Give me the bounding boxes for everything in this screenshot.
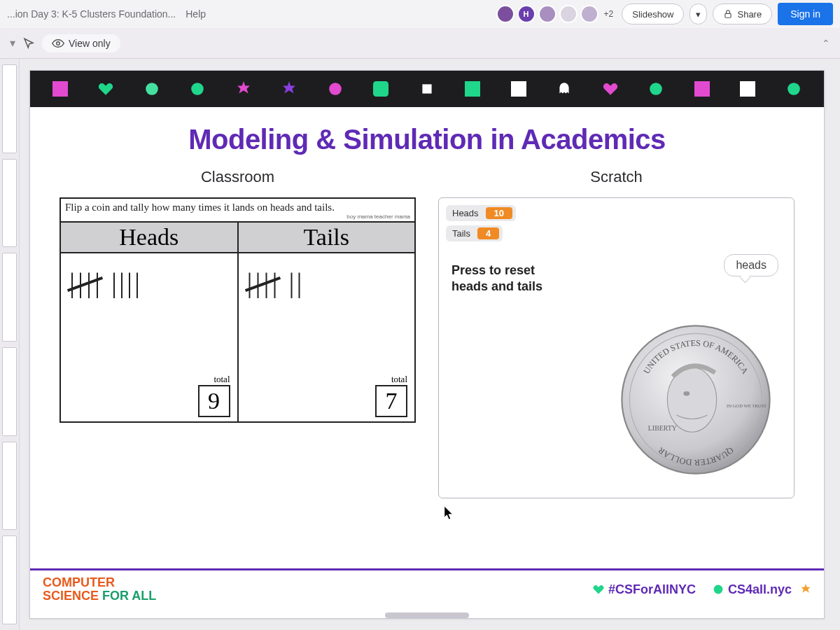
- pixel-heart-icon: [98, 81, 113, 97]
- scratch-stage: Heads 10 Tails 4 Press to reset heads an…: [438, 197, 794, 498]
- pixel-icon: [190, 81, 205, 97]
- svg-rect-2: [52, 81, 68, 97]
- reset-instruction-text: Press to reset heads and tails: [451, 262, 564, 295]
- column-heading-classroom: Classroom: [59, 168, 416, 186]
- svg-rect-11: [740, 81, 755, 97]
- svg-rect-6: [422, 84, 431, 93]
- worksheet-instruction: Flip a coin and tally how many times it …: [61, 199, 414, 214]
- thumbnail[interactable]: [2, 64, 17, 153]
- pixel-star-icon: [236, 81, 251, 97]
- pixel-icon: [740, 81, 755, 97]
- view-only-badge[interactable]: View only: [42, 34, 120, 52]
- total-tails: 7: [375, 385, 407, 417]
- tally-cell-tails: |||| || total 7: [237, 253, 415, 421]
- thumbnail[interactable]: [2, 347, 17, 436]
- eye-icon: [52, 37, 64, 50]
- tally-group-5: ||||: [69, 266, 103, 299]
- avatar[interactable]: [496, 5, 514, 23]
- pixel-pacman-icon: [328, 81, 343, 97]
- quarter-coin-icon: UNITED STATES OF AMERICA QUARTER DOLLAR …: [619, 323, 773, 477]
- avatar[interactable]: [538, 5, 556, 23]
- scratch-variable-heads: Heads 10: [446, 205, 516, 221]
- pixel-ghost-icon: [556, 81, 572, 97]
- variable-value: 10: [486, 207, 512, 219]
- svg-rect-7: [465, 81, 480, 97]
- svg-rect-8: [511, 81, 526, 97]
- worksheet-credit: boy mama teacher mama: [61, 214, 414, 221]
- svg-text:IN GOD WE TRUST: IN GOD WE TRUST: [727, 403, 766, 408]
- tally-worksheet: Flip a coin and tally how many times it …: [59, 197, 416, 423]
- total-label: total: [391, 374, 407, 385]
- svg-point-4: [191, 83, 204, 95]
- column-heading-scratch: Scratch: [438, 168, 794, 186]
- pointer-tool-icon[interactable]: [22, 37, 35, 50]
- svg-point-21: [714, 585, 723, 594]
- app-topbar: ...ion Day 3: K-5 Clusters Foundation...…: [0, 0, 840, 28]
- collaborator-avatars[interactable]: H +2: [496, 5, 617, 23]
- tally-marks: ||||: [111, 266, 142, 299]
- decorative-pixel-row: [30, 71, 824, 107]
- pixel-invader-icon: [694, 81, 710, 97]
- tally-cell-heads: |||| |||| total 9: [61, 253, 237, 421]
- share-button[interactable]: Share: [713, 4, 772, 24]
- pixel-icon: [786, 81, 802, 97]
- speech-bubble: heads: [724, 254, 778, 276]
- slide-canvas[interactable]: Modeling & Simulation in Academics Class…: [29, 70, 825, 619]
- pixel-globe-icon: [713, 584, 724, 595]
- svg-rect-0: [725, 13, 731, 18]
- tally-marks: ||: [289, 266, 304, 299]
- slide-footer: COMPUTER SCIENCE FOR ALL #CSForAllNYC CS…: [30, 568, 824, 610]
- pixel-icon: [144, 81, 160, 97]
- footer-site: CS4all.nyc: [713, 582, 811, 597]
- thumbnail[interactable]: [2, 253, 17, 342]
- sign-in-button[interactable]: Sign in: [778, 3, 833, 25]
- avatar[interactable]: [559, 5, 578, 23]
- worksheet-header-heads: Heads: [61, 223, 237, 252]
- pixel-icon: [648, 81, 664, 97]
- lock-icon: [723, 9, 733, 19]
- collapse-toolbar-button[interactable]: ⌃: [822, 38, 830, 49]
- pixel-icon: [511, 81, 526, 97]
- slide-title: Modeling & Simulation in Academics: [30, 124, 824, 155]
- svg-point-1: [57, 41, 60, 45]
- help-menu[interactable]: Help: [186, 8, 206, 20]
- avatar[interactable]: [580, 5, 598, 23]
- pixel-heart-icon: [593, 584, 604, 595]
- pixel-face-icon: [373, 81, 388, 97]
- thumbnail[interactable]: [2, 159, 17, 248]
- scratch-variable-tails: Tails 4: [446, 225, 503, 241]
- worksheet-header-tails: Tails: [237, 223, 415, 252]
- pixel-icon: [281, 81, 297, 97]
- document-title: ...ion Day 3: K-5 Clusters Foundation...: [7, 8, 176, 20]
- slideshow-dropdown[interactable]: ▾: [690, 4, 707, 24]
- pixel-icon: [419, 81, 435, 97]
- variable-value: 4: [477, 227, 499, 239]
- slideshow-button[interactable]: Slideshow: [622, 4, 684, 24]
- footer-hashtag: #CSForAllNYC: [593, 582, 696, 597]
- horizontal-scrollbar[interactable]: [385, 612, 469, 618]
- svg-text:LIBERTY: LIBERTY: [648, 424, 677, 432]
- pixel-heart-icon: [603, 81, 618, 97]
- thumbnail[interactable]: [2, 442, 17, 531]
- pixel-icon: [52, 81, 68, 97]
- undo-dropdown[interactable]: ▾: [10, 36, 15, 50]
- thumbnail[interactable]: [2, 536, 17, 624]
- svg-point-9: [650, 83, 663, 95]
- svg-rect-10: [694, 81, 710, 97]
- svg-point-3: [146, 83, 158, 95]
- total-heads: 9: [198, 385, 230, 417]
- secondary-toolbar: ▾ View only ⌃: [0, 28, 840, 59]
- more-avatars[interactable]: +2: [601, 9, 617, 19]
- tally-group-5: ||||: [247, 266, 281, 299]
- svg-rect-5: [373, 81, 388, 97]
- total-label: total: [214, 374, 230, 385]
- svg-point-20: [683, 391, 690, 396]
- pixel-sparkle-icon: [800, 584, 811, 595]
- slide-thumbnails[interactable]: [0, 59, 20, 630]
- pixel-invader-icon: [465, 81, 480, 97]
- brand-logo: COMPUTER SCIENCE FOR ALL: [43, 576, 156, 603]
- avatar[interactable]: H: [517, 5, 536, 23]
- svg-point-12: [788, 83, 800, 95]
